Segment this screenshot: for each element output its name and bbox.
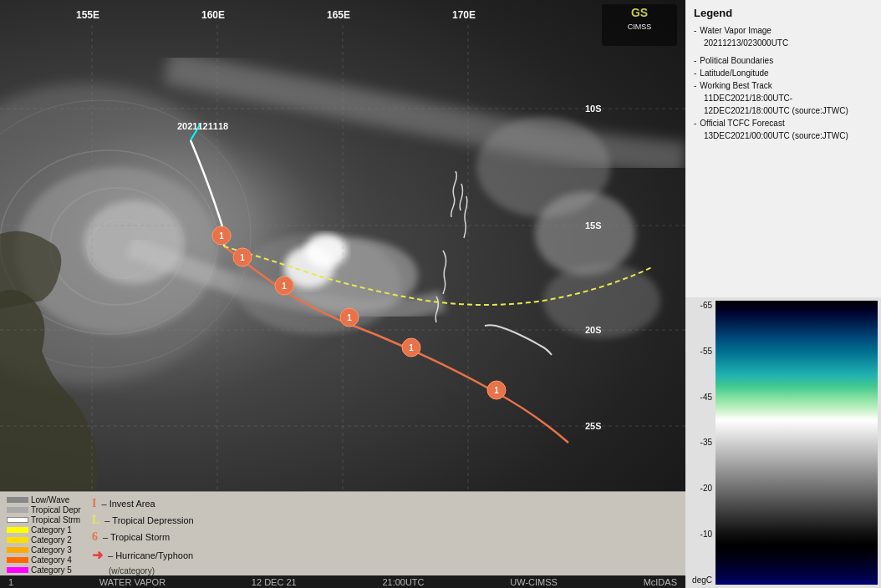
svg-text:155E: 155E bbox=[76, 9, 99, 21]
svg-text:170E: 170E bbox=[452, 9, 476, 21]
product-software: McIDAS bbox=[644, 577, 677, 587]
legend-entry-6: 11DEC2021/18:00UTC- bbox=[694, 92, 873, 104]
label-trop-strm: Tropical Strm bbox=[31, 515, 80, 525]
cb-label-5: -10 bbox=[700, 530, 712, 539]
svg-text:1: 1 bbox=[494, 386, 499, 395]
frame-number: 1 bbox=[8, 577, 13, 587]
label-trop-storm: – Tropical Storm bbox=[103, 532, 170, 542]
cb-label-1: -55 bbox=[700, 347, 712, 356]
trop-dep-symbol: L bbox=[92, 514, 99, 527]
product-type: WATER VAPOR bbox=[99, 577, 166, 587]
swatch-cat3 bbox=[7, 547, 28, 553]
legend-cat3: Category 3 bbox=[7, 545, 82, 555]
category-note: (w/category) bbox=[109, 566, 155, 575]
legend-cat2: Category 2 bbox=[7, 535, 82, 545]
cb-label-3: -35 bbox=[700, 438, 712, 447]
svg-text:1: 1 bbox=[409, 343, 414, 352]
right-panel: Legend - Water Vapor Image 20211213/0230… bbox=[685, 0, 881, 588]
map-area: 1 1 1 1 1 1 155E 160E 165E 170E 10S 15S bbox=[0, 0, 685, 588]
label-low-wave: Low/Wave bbox=[31, 495, 69, 504]
svg-text:165E: 165E bbox=[327, 9, 350, 21]
svg-text:160E: 160E bbox=[201, 9, 225, 21]
product-source: UW-CIMSS bbox=[510, 577, 558, 587]
legend-entry-5: - Working Best Track bbox=[694, 79, 873, 92]
legend-text-1: 20211213/023000UTC bbox=[704, 37, 788, 49]
legend-text-4: Latitude/Longitude bbox=[700, 67, 768, 79]
trop-storm-symbol: 6 bbox=[92, 530, 98, 544]
legend-entry-9: 13DEC2021/00:00UTC (source:JTWC) bbox=[694, 129, 873, 142]
svg-point-11 bbox=[535, 192, 635, 276]
svg-text:25S: 25S bbox=[585, 421, 602, 431]
legend-entry-8: - Official TCFC Forecast bbox=[694, 117, 873, 129]
cb-label-0: -65 bbox=[700, 301, 712, 310]
svg-point-14 bbox=[305, 234, 347, 267]
label-trop-depression: – Tropical Depression bbox=[104, 515, 193, 525]
legend-trop-dep: Tropical Depr bbox=[7, 505, 82, 514]
svg-text:CIMSS: CIMSS bbox=[628, 23, 652, 31]
legend-cat1: Category 1 bbox=[7, 525, 82, 535]
label-cat4: Category 4 bbox=[31, 555, 72, 565]
svg-text:1: 1 bbox=[240, 253, 245, 262]
legend-cat4: Category 4 bbox=[7, 555, 82, 565]
svg-text:1: 1 bbox=[282, 281, 287, 291]
legend-entry-4: - Latitude/Longitude bbox=[694, 67, 873, 79]
label-trop-dep: Tropical Depr bbox=[31, 505, 81, 514]
legend-text-7: 12DEC2021/18:00UTC (source:JTWC) bbox=[704, 104, 848, 117]
label-invest: – Invest Area bbox=[101, 499, 155, 509]
svg-text:1: 1 bbox=[347, 313, 352, 322]
legend-text-9: 13DEC2021/00:00UTC (source:JTWC) bbox=[704, 129, 848, 142]
label-cat3: Category 3 bbox=[31, 545, 72, 555]
cb-label-2: -45 bbox=[700, 393, 712, 402]
svg-text:1: 1 bbox=[219, 231, 224, 241]
legend-text-6: 11DEC2021/18:00UTC- bbox=[704, 92, 792, 104]
legend-entry-1: 20211213/023000UTC bbox=[694, 37, 873, 49]
legend-category-note: (w/category) bbox=[92, 566, 194, 575]
color-bar-area: -65 -55 -45 -35 -20 -10 degC bbox=[685, 297, 881, 588]
map-svg-overlay: 1 1 1 1 1 1 155E 160E 165E 170E 10S 15S bbox=[0, 0, 685, 491]
legend-trop-depression: L – Tropical Depression bbox=[92, 514, 194, 527]
legend-low-wave: Low/Wave bbox=[7, 495, 82, 504]
swatch-trop-strm bbox=[7, 517, 28, 523]
product-time: 21:00UTC bbox=[382, 577, 424, 587]
legend-invest: I – Invest Area bbox=[92, 497, 194, 510]
legend-title: Legend bbox=[694, 7, 873, 19]
product-date: 12 DEC 21 bbox=[252, 577, 297, 587]
swatch-cat5 bbox=[7, 567, 28, 573]
bottom-legend-area: Low/Wave Tropical Depr Tropical Strm Cat… bbox=[0, 491, 685, 588]
svg-text:15S: 15S bbox=[585, 220, 602, 231]
legend-entry-3: - Political Boundaries bbox=[694, 54, 873, 67]
svg-text:2021121118: 2021121118 bbox=[177, 121, 228, 131]
legend-text-5: Working Best Track bbox=[700, 79, 772, 92]
legend-cat5: Category 5 bbox=[7, 565, 82, 575]
legend-entry-0: - Water Vapor Image bbox=[694, 24, 873, 37]
label-cat5: Category 5 bbox=[31, 565, 72, 575]
label-hurricane: – Hurricane/Typhoon bbox=[108, 550, 193, 560]
legend-text-3: Political Boundaries bbox=[700, 54, 773, 67]
svg-text:10S: 10S bbox=[585, 104, 602, 114]
color-bar-labels: -65 -55 -45 -35 -20 -10 degC bbox=[689, 301, 715, 585]
swatch-cat4 bbox=[7, 557, 28, 563]
swatch-low-wave bbox=[7, 497, 28, 503]
label-cat2: Category 2 bbox=[31, 535, 72, 545]
legend-text-8: Official TCFC Forecast bbox=[700, 117, 784, 129]
svg-point-12 bbox=[543, 263, 660, 338]
invest-symbol: I bbox=[92, 497, 96, 510]
legend-text-0: Water Vapor Image bbox=[700, 24, 772, 37]
legend-trop-strm: Tropical Strm bbox=[7, 515, 82, 525]
svg-text:GS: GS bbox=[631, 6, 648, 19]
cb-label-6: degC bbox=[692, 575, 712, 585]
legend-hurricane: ➜ – Hurricane/Typhoon bbox=[92, 547, 194, 563]
color-bar bbox=[715, 301, 878, 585]
swatch-trop-dep bbox=[7, 507, 28, 513]
swatch-cat2 bbox=[7, 537, 28, 543]
bottom-info-bar: 1 WATER VAPOR 12 DEC 21 21:00UTC UW-CIMS… bbox=[0, 575, 685, 588]
label-cat1: Category 1 bbox=[31, 525, 72, 535]
legend-panel: Legend - Water Vapor Image 20211213/0230… bbox=[685, 0, 881, 297]
legend-entry-7: 12DEC2021/18:00UTC (source:JTWC) bbox=[694, 104, 873, 117]
svg-text:20S: 20S bbox=[585, 325, 602, 335]
cb-label-4: -20 bbox=[700, 484, 712, 493]
legend-trop-storm: 6 – Tropical Storm bbox=[92, 530, 194, 544]
hurricane-symbol: ➜ bbox=[92, 547, 103, 563]
swatch-cat1 bbox=[7, 527, 28, 533]
